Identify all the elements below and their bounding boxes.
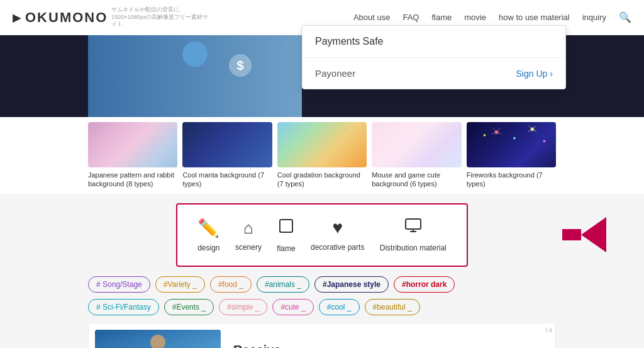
tags-section: # Song/Stage #Variety _ #food _ #animals… bbox=[88, 276, 556, 315]
category-distribution-label: Distribution material bbox=[380, 244, 447, 252]
svg-line-10 bbox=[532, 126, 536, 130]
flame-icon bbox=[277, 217, 295, 239]
tags-row-2: # Sci-Fi/Fantasy #Events _ #simple _ #cu… bbox=[88, 299, 556, 315]
nav-inquiry[interactable]: inquiry bbox=[582, 13, 606, 22]
payments-dropdown: Payments Safe Payoneer Sign Up › bbox=[302, 25, 566, 89]
thumb-img-5 bbox=[467, 122, 556, 167]
receive-text: Receive bbox=[221, 337, 294, 348]
tag-horror[interactable]: #horror dark bbox=[394, 276, 455, 293]
monitor-icon bbox=[404, 218, 422, 239]
tag-scifi[interactable]: # Sci-Fi/Fantasy bbox=[88, 299, 159, 315]
thumb-label-3: Cool gradation background (7 types) bbox=[277, 171, 367, 189]
signup-link[interactable]: Sign Up › bbox=[516, 69, 553, 79]
tag-events[interactable]: #Events _ bbox=[164, 299, 214, 315]
svg-point-0 bbox=[483, 134, 486, 137]
arrow-indicator bbox=[562, 217, 606, 252]
nav-movie[interactable]: movie bbox=[464, 13, 486, 22]
category-flame-label: flame bbox=[277, 244, 295, 253]
tag-beautiful[interactable]: #beautiful _ bbox=[365, 299, 420, 315]
logo-play-icon: ▶ bbox=[13, 11, 21, 25]
heart-icon: ♥ bbox=[332, 218, 343, 238]
design-icon: ✏️ bbox=[197, 218, 219, 239]
svg-rect-13 bbox=[280, 220, 292, 232]
scenery-icon: ⌂ bbox=[243, 218, 253, 238]
tag-simple[interactable]: #simple _ bbox=[219, 299, 267, 315]
signup-text: Sign Up bbox=[516, 69, 548, 79]
thumb-img-4 bbox=[372, 122, 461, 167]
thumb-img-3 bbox=[277, 122, 367, 167]
thumbnail-grid: Japanese pattern and rabbit background (… bbox=[0, 117, 644, 194]
tag-cool[interactable]: #cool _ bbox=[319, 299, 360, 315]
tag-food[interactable]: #food _ bbox=[210, 276, 252, 293]
payments-safe-text: Payments Safe bbox=[303, 26, 565, 58]
thumb-img-2 bbox=[182, 122, 272, 167]
svg-line-5 bbox=[492, 128, 496, 132]
category-section: ✏️ design ⌂ scenery flame ♥ decorative p… bbox=[176, 203, 468, 267]
thumb-label-1: Japanese pattern and rabbit background (… bbox=[88, 171, 177, 189]
thumb-label-5: Fireworks background (7 types) bbox=[467, 171, 556, 189]
thumb-label-2: Cool manta background (7 types) bbox=[182, 171, 272, 189]
category-design[interactable]: ✏️ design bbox=[197, 218, 219, 252]
nav-how-to-use[interactable]: how to use material bbox=[499, 13, 570, 22]
hero-person: $ bbox=[88, 35, 302, 117]
receive-image bbox=[95, 330, 221, 348]
nav-faq[interactable]: FAQ bbox=[402, 13, 419, 22]
category-decorative-label: decorative parts bbox=[311, 243, 364, 252]
signup-arrow-icon: › bbox=[550, 69, 553, 79]
category-decorative[interactable]: ♥ decorative parts bbox=[311, 218, 364, 252]
dollar-icon: $ bbox=[229, 54, 252, 77]
main-nav: About use FAQ flame movie how to use mat… bbox=[353, 11, 631, 23]
tag-japanese[interactable]: #Japanese style bbox=[314, 276, 389, 293]
category-scenery-label: scenery bbox=[235, 243, 262, 252]
hero-image: $ bbox=[88, 35, 302, 117]
nav-flame[interactable]: flame bbox=[431, 13, 452, 22]
ad-badge: i x bbox=[546, 327, 552, 334]
nav-about[interactable]: About use bbox=[353, 13, 391, 22]
tags-row-1: # Song/Stage #Variety _ #food _ #animals… bbox=[88, 276, 556, 293]
receive-section: i x Receive bbox=[88, 323, 556, 348]
svg-rect-14 bbox=[406, 219, 421, 229]
category-distribution[interactable]: Distribution material bbox=[380, 218, 447, 252]
payoneer-text: Payoneer bbox=[315, 68, 355, 79]
svg-point-2 bbox=[513, 137, 516, 140]
thumb-img-1 bbox=[88, 122, 177, 167]
thumb-item-1[interactable]: Japanese pattern and rabbit background (… bbox=[88, 122, 177, 189]
thumb-item-5[interactable]: Fireworks background (7 types) bbox=[467, 122, 556, 189]
tag-variety[interactable]: #Variety _ bbox=[155, 276, 205, 293]
category-scenery[interactable]: ⌂ scenery bbox=[235, 218, 262, 252]
search-icon[interactable]: 🔍 bbox=[619, 11, 631, 23]
receive-title: Receive bbox=[233, 343, 281, 348]
tag-cute[interactable]: #cute _ bbox=[272, 299, 313, 315]
tag-animals[interactable]: #animals _ bbox=[257, 276, 309, 293]
thumb-label-4: Mouse and game cute background (6 types) bbox=[372, 171, 461, 189]
logo[interactable]: ▶ OKUMONO サムネイルや配信の背景に、 1920×1080pxの高解像度… bbox=[13, 6, 212, 28]
tag-song-stage[interactable]: # Song/Stage bbox=[88, 276, 150, 293]
logo-subtitle: サムネイルや配信の背景に、 1920×1080pxの高解像度フリー素材サイト bbox=[111, 6, 212, 28]
thumb-item-3[interactable]: Cool gradation background (7 types) bbox=[277, 122, 367, 189]
thumb-item-2[interactable]: Cool manta background (7 types) bbox=[182, 122, 272, 189]
category-flame[interactable]: flame bbox=[277, 217, 295, 253]
logo-text: OKUMONO bbox=[25, 9, 108, 26]
svg-line-6 bbox=[496, 128, 500, 132]
svg-line-9 bbox=[528, 126, 532, 130]
svg-point-4 bbox=[543, 140, 545, 142]
thumb-item-4[interactable]: Mouse and game cute background (6 types) bbox=[372, 122, 461, 189]
payoneer-row: Payoneer Sign Up › bbox=[303, 58, 565, 89]
category-design-label: design bbox=[197, 244, 219, 252]
